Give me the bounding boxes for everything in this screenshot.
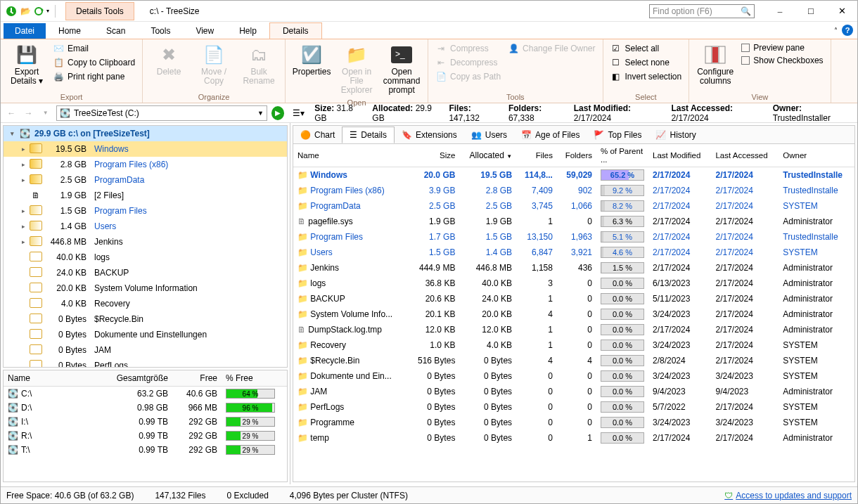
tree-item[interactable]: ▸2.8 GBProgram Files (x86) (4, 157, 287, 172)
directory-tree[interactable]: ▾ 💽 29.9 GB c:\ on [TreeSizeTest] ▸19.5 … (3, 125, 288, 368)
col-owner[interactable]: Owner (779, 144, 854, 167)
export-details-button[interactable]: 💾 Export Details ▾ (6, 42, 47, 87)
help-icon[interactable]: ? (842, 25, 853, 36)
delete-button[interactable]: ✖Delete (148, 42, 189, 78)
table-row[interactable]: 📁 Dokumente und Ein...0 Bytes0 Bytes000.… (293, 368, 854, 384)
tree-item[interactable]: 0 BytesDokumente und Einstellungen (4, 327, 287, 342)
table-row[interactable]: 📁 Program Files1.7 GB1.5 GB13,1501,9635.… (293, 229, 854, 245)
qat-dropdown-icon[interactable]: ▾ (46, 8, 52, 14)
tree-item[interactable]: 4.0 KBRecovery (4, 296, 287, 311)
table-row[interactable]: 🗎 DumpStack.log.tmp12.0 KB12.0 KB100.0 %… (293, 322, 854, 337)
summary-mode-icon[interactable]: ☰▾ (293, 108, 305, 118)
table-row[interactable]: 📁 BACKUP20.6 KB24.0 KB100.0 %5/11/20232/… (293, 291, 854, 306)
path-combobox[interactable]: 💽 TreeSizeTest (C:) ▼ (56, 105, 267, 121)
tree-item[interactable]: ▸446.8 MBJenkins (4, 234, 287, 250)
col-size[interactable]: Size (409, 144, 460, 167)
col-name[interactable]: Name (293, 144, 409, 167)
expand-icon[interactable]: ▸ (19, 238, 27, 245)
table-row[interactable]: 📁 Users1.5 GB1.4 GB6,8473,9214.6 %2/17/2… (293, 245, 854, 260)
tab-age[interactable]: 📅Age of Files (514, 127, 587, 143)
table-row[interactable]: 📁 Recovery1.0 KB4.0 KB100.0 %3/24/20232/… (293, 337, 854, 353)
bulk-rename-button[interactable]: 🗂Bulk Rename (238, 42, 279, 87)
expand-icon[interactable]: ▸ (19, 223, 27, 230)
table-row[interactable]: 📁 ProgramData2.5 GB2.5 GB3,7451,0668.2 %… (293, 198, 854, 214)
table-row[interactable]: 📁 System Volume Info...20.1 KB20.0 KB400… (293, 306, 854, 322)
drive-row[interactable]: 💽I:\0.99 TB292 GB29 % (4, 415, 287, 429)
preview-pane-checkbox[interactable]: Preview pane (740, 42, 824, 53)
table-row[interactable]: 📁 JAM0 Bytes0 Bytes000.0 %9/4/20239/4/20… (293, 384, 854, 399)
ribbon-tab-home[interactable]: Home (46, 23, 94, 39)
tab-users[interactable]: 👥Users (464, 127, 514, 143)
col-accessed[interactable]: Last Accessed (711, 144, 779, 167)
select-none-button[interactable]: ☐Select none (609, 56, 684, 69)
qat-open-icon[interactable]: 📂 (20, 6, 31, 16)
tree-root[interactable]: ▾ 💽 29.9 GB c:\ on [TreeSizeTest] (4, 126, 287, 141)
tab-chart[interactable]: 🟠Chart (293, 127, 342, 143)
updates-link[interactable]: 🛡Access to updates and support (724, 491, 852, 500)
copy-clipboard-button[interactable]: 📋Copy to Clipboard (51, 56, 136, 69)
drive-row[interactable]: 💽T:\0.99 TB292 GB29 % (4, 443, 287, 457)
ribbon-tab-scan[interactable]: Scan (94, 23, 138, 39)
tree-item[interactable]: 40.0 KBlogs (4, 250, 287, 265)
tree-item[interactable]: ▸1.5 GBProgram Files (4, 203, 287, 219)
table-row[interactable]: 📁 logs36.8 KB40.0 KB300.0 %6/13/20232/17… (293, 276, 854, 291)
maximize-button[interactable]: □ (795, 1, 826, 22)
open-explorer-button[interactable]: 📁Open in File Explorer (336, 42, 377, 97)
col-files[interactable]: Files (516, 144, 557, 167)
expand-icon[interactable]: ▸ (19, 146, 27, 153)
col-pct[interactable]: % Free (222, 370, 287, 386)
tree-item[interactable]: ▸1.4 GBUsers (4, 219, 287, 234)
change-owner-button[interactable]: 👤Change File Owner (506, 42, 596, 55)
history-dropdown[interactable]: ▼ (39, 106, 52, 120)
col-modified[interactable]: Last Modified (648, 144, 711, 167)
select-all-button[interactable]: ☑Select all (609, 42, 684, 55)
find-option-search[interactable]: Find option (F6) 🔍 (649, 4, 755, 18)
tab-top-files[interactable]: 🚩Top Files (587, 127, 648, 143)
ribbon-tab-view[interactable]: View (183, 23, 226, 39)
collapse-ribbon-icon[interactable]: ˄ (834, 27, 838, 34)
close-button[interactable]: ✕ (826, 1, 857, 22)
expand-icon[interactable]: ▸ (19, 207, 27, 214)
show-checkboxes-checkbox[interactable]: Show Checkboxes (740, 55, 824, 66)
print-right-button[interactable]: 🖨️Print right pane (51, 70, 136, 83)
drive-row[interactable]: 💽C:\63.2 GB40.6 GB64 % (4, 387, 287, 401)
tree-item[interactable]: 0 BytesPerfLogs (4, 358, 287, 368)
ribbon-tab-details[interactable]: Details (269, 22, 322, 39)
tree-item[interactable]: ▸19.5 GBWindows (4, 141, 287, 157)
tree-item[interactable]: 0 BytesJAM (4, 342, 287, 358)
minimize-button[interactable]: – (764, 1, 795, 22)
back-button[interactable]: ← (5, 106, 18, 120)
move-copy-button[interactable]: 📄Move / Copy (193, 42, 234, 87)
table-row[interactable]: 📁 PerfLogs0 Bytes0 Bytes000.0 %5/7/20222… (293, 399, 854, 415)
properties-button[interactable]: ☑️Properties (291, 42, 332, 78)
tree-item[interactable]: 🗎1.9 GB[2 Files] (4, 188, 287, 203)
col-free[interactable]: Free (172, 370, 222, 386)
drive-row[interactable]: 💽R:\0.99 TB292 GB29 % (4, 429, 287, 443)
tree-item[interactable]: 24.0 KBBACKUP (4, 265, 287, 280)
qat-refresh-icon[interactable] (34, 6, 44, 16)
email-button[interactable]: ✉️Email (51, 42, 136, 55)
table-row[interactable]: 📁 $Recycle.Bin516 Bytes0 Bytes440.0 %2/8… (293, 353, 854, 368)
forward-button[interactable]: → (22, 106, 34, 120)
tree-item[interactable]: ▸2.5 GBProgramData (4, 172, 287, 188)
table-row[interactable]: 📁 temp0 Bytes0 Bytes010.0 %2/17/20242/17… (293, 430, 854, 446)
go-button[interactable]: ▶ (271, 106, 284, 120)
table-row[interactable]: 📁 Program Files (x86)3.9 GB2.8 GB7,40990… (293, 183, 854, 198)
ribbon-tab-file[interactable]: Datei (4, 23, 46, 39)
copy-path-button[interactable]: 📄Copy as Path (434, 70, 502, 83)
expand-icon[interactable]: ▸ (19, 176, 27, 183)
ribbon-tab-help[interactable]: Help (226, 23, 269, 39)
table-row[interactable]: 🗎 pagefile.sys1.9 GB1.9 GB106.3 %2/17/20… (293, 214, 854, 229)
tab-history[interactable]: 📈History (648, 127, 703, 143)
table-row[interactable]: 📁 Programme0 Bytes0 Bytes000.0 %3/24/202… (293, 415, 854, 430)
col-total[interactable]: Gesamtgröße (109, 370, 172, 386)
expand-icon[interactable]: ▸ (19, 161, 27, 168)
open-cmd-button[interactable]: >_Open command prompt (381, 42, 422, 97)
col-name[interactable]: Name (4, 370, 109, 386)
tree-item[interactable]: 0 Bytes$Recycle.Bin (4, 311, 287, 327)
collapse-icon[interactable]: ▾ (8, 130, 16, 137)
tree-item[interactable]: 20.0 KBSystem Volume Information (4, 280, 287, 296)
table-row[interactable]: 📁 Windows20.0 GB19.5 GB114,8...59,02965.… (293, 167, 854, 183)
configure-columns-button[interactable]: Configure columns (695, 42, 736, 87)
compress-button[interactable]: ⇥Compress (434, 42, 502, 55)
